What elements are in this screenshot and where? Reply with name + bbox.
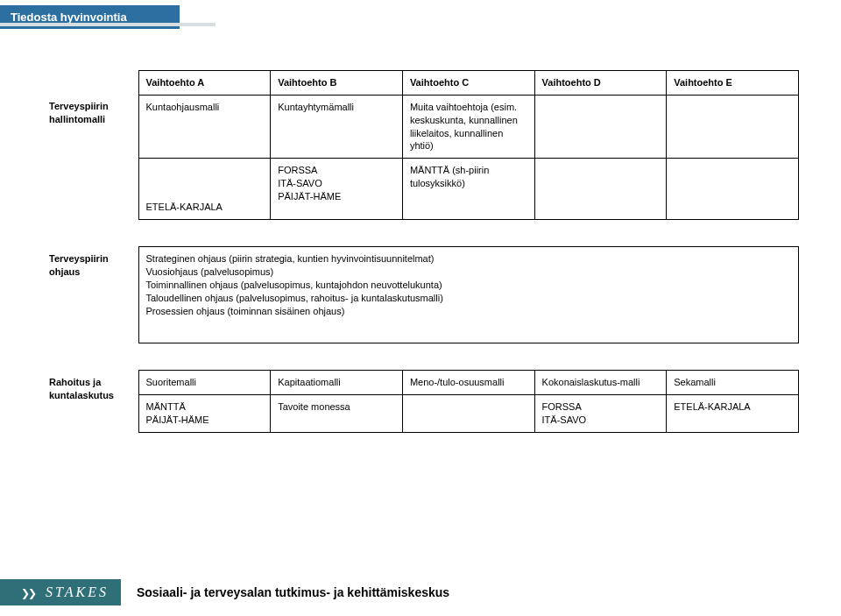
col-header: Vaihtoehto B (271, 71, 403, 96)
row-label: Terveyspiirin hallintomalli (42, 95, 138, 219)
col-header: Vaihtoehto A (138, 71, 271, 96)
table-rahoitus: Rahoitus ja kuntalaskutus Suoritemalli K… (42, 370, 799, 433)
table-cell: FORSSA ITÄ-SAVO (534, 395, 667, 433)
footer-logo-text: STAKES (46, 584, 109, 600)
table-cell: MÄNTTÄ (sh-piirin tulosyksikkö) (402, 159, 534, 220)
table-cell: ETELÄ-KARJALA (138, 159, 271, 220)
content-area: Vaihtoehto A Vaihtoehto B Vaihtoehto C V… (42, 70, 799, 433)
chevron-icon (21, 584, 40, 600)
table-cell: Sekamalli (667, 371, 799, 395)
header-tab-label: Tiedosta hyvinvointia (11, 11, 127, 24)
col-header: Vaihtoehto D (534, 71, 667, 96)
table-row: Terveyspiirin ohjaus Strateginen ohjaus … (42, 247, 799, 343)
table-cell (534, 159, 667, 220)
footer: STAKES Sosiaali- ja terveysalan tutkimus… (0, 577, 841, 607)
table-cell: Kokonaislaskutus-malli (534, 371, 667, 395)
table-cell: Kuntayhtymämalli (271, 95, 403, 158)
table-cell: Kuntaohjausmalli (138, 95, 271, 158)
table-cell (534, 95, 667, 158)
row-label: Rahoitus ja kuntalaskutus (42, 371, 138, 433)
table-row: Rahoitus ja kuntalaskutus Suoritemalli K… (42, 371, 799, 395)
table-cell-merged: Strateginen ohjaus (piirin strategia, ku… (138, 247, 799, 343)
table-hallintomalli: Vaihtoehto A Vaihtoehto B Vaihtoehto C V… (42, 70, 799, 220)
table-cell: Kapitaatiomalli (271, 371, 403, 395)
col-header: Vaihtoehto C (402, 71, 534, 96)
table-cell: Meno-/tulo-osuusmalli (402, 371, 534, 395)
table-cell: Tavoite monessa (271, 395, 403, 433)
table-cell: Suoritemalli (138, 371, 271, 395)
footer-logo: STAKES (0, 579, 121, 605)
table-cell: ETELÄ-KARJALA (667, 395, 799, 433)
table-row: ETELÄ-KARJALA FORSSA ITÄ-SAVO PÄIJÄT-HÄM… (42, 159, 799, 220)
table-cell: FORSSA ITÄ-SAVO PÄIJÄT-HÄME (271, 159, 403, 220)
table-row: Terveyspiirin hallintomalli Kuntaohjausm… (42, 95, 799, 158)
header-tab-shadow (0, 23, 216, 26)
table-ohjaus: Terveyspiirin ohjaus Strateginen ohjaus … (42, 246, 799, 343)
table-cell (667, 159, 799, 220)
table-row: MÄNTTÄ PÄIJÄT-HÄME Tavoite monessa FORSS… (42, 395, 799, 433)
table-cell: Muita vaihtoehtoja (esim. keskuskunta, k… (402, 95, 534, 158)
col-header: Vaihtoehto E (667, 71, 799, 96)
row-label: Terveyspiirin ohjaus (42, 247, 138, 343)
table-header-row: Vaihtoehto A Vaihtoehto B Vaihtoehto C V… (42, 71, 799, 96)
table-cell: MÄNTTÄ PÄIJÄT-HÄME (138, 395, 271, 433)
table-cell (402, 395, 534, 433)
footer-text: Sosiaali- ja terveysalan tutkimus- ja ke… (137, 585, 449, 599)
table-cell (667, 95, 799, 158)
